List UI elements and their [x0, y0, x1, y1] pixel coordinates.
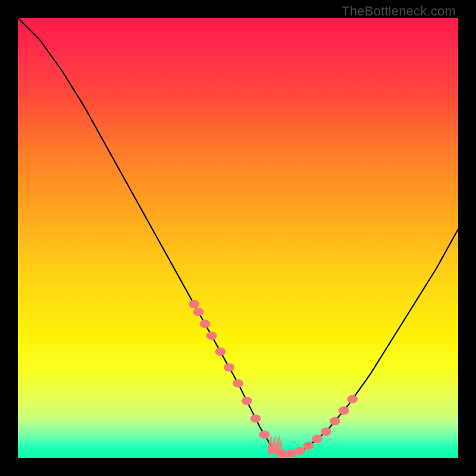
- curve-dot: [224, 364, 234, 372]
- curve-layer: [18, 18, 458, 458]
- curve-dot: [295, 447, 305, 455]
- curve-dots: [189, 300, 358, 458]
- curve-dot: [259, 431, 270, 439]
- axis-ticks: [268, 436, 281, 455]
- curve-dot: [347, 395, 358, 403]
- curve-dot: [321, 428, 331, 436]
- curve-dot: [330, 417, 340, 425]
- curve-dot: [250, 414, 261, 422]
- curve-dot: [339, 406, 349, 415]
- plot-area: [18, 18, 458, 458]
- curve-dot: [189, 300, 199, 308]
- curve-dot: [303, 441, 314, 450]
- curve-dot: [206, 331, 217, 340]
- watermark-text: TheBottleneck.com: [342, 4, 456, 19]
- curve-dot: [215, 347, 226, 356]
- curve-dot: [312, 434, 322, 443]
- curve-dot: [200, 320, 211, 328]
- curve-dot: [233, 379, 243, 387]
- chart-stage: TheBottleneck.com: [0, 0, 476, 476]
- curve-dot: [242, 397, 252, 405]
- curve-dot: [193, 308, 203, 316]
- bottleneck-curve: [18, 18, 458, 454]
